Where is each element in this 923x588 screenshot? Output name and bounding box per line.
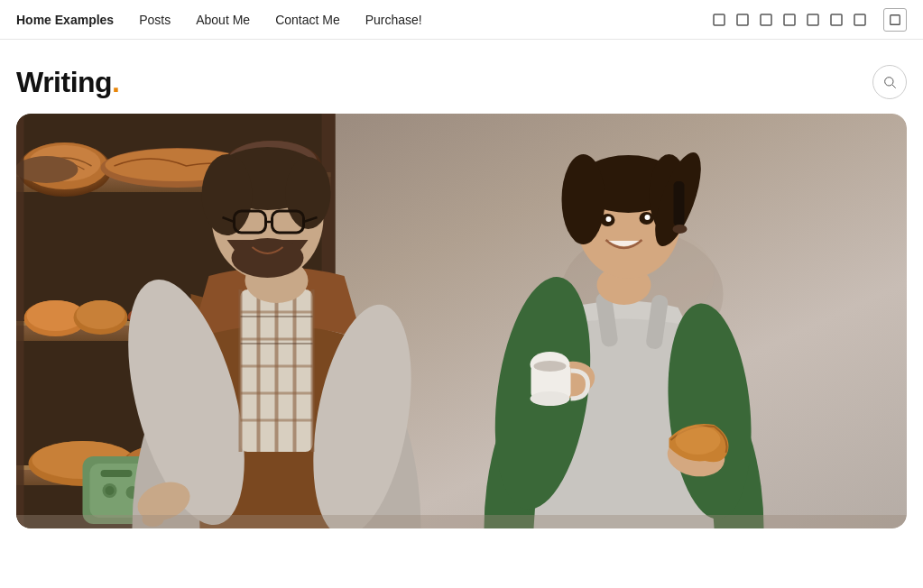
nav-icon-2[interactable] [734, 11, 752, 29]
svg-point-88 [531, 391, 570, 406]
svg-point-59 [286, 157, 331, 229]
nav-icons [710, 8, 907, 32]
svg-point-80 [673, 225, 688, 234]
nav-item-home[interactable]: Home Examples [16, 13, 114, 27]
nav-item-posts[interactable]: Posts [139, 13, 171, 27]
title-dot: . [112, 66, 119, 98]
svg-point-89 [534, 361, 567, 372]
svg-point-8 [885, 78, 893, 86]
nav-icon-7[interactable] [851, 11, 869, 29]
svg-rect-4 [808, 14, 818, 25]
svg-point-76 [562, 154, 605, 244]
svg-point-60 [232, 238, 304, 278]
svg-rect-1 [737, 14, 748, 25]
search-button[interactable] [872, 65, 907, 99]
svg-point-58 [202, 154, 253, 235]
nav-icon-4[interactable] [780, 11, 798, 29]
svg-rect-6 [854, 14, 865, 25]
hero-illustration [16, 114, 907, 528]
svg-rect-5 [831, 14, 842, 25]
nav-item-purchase[interactable]: Purchase! [365, 13, 422, 27]
svg-rect-0 [714, 14, 725, 25]
site-title: Writing. [16, 66, 120, 99]
nav-icon-3[interactable] [757, 11, 775, 29]
svg-rect-7 [891, 14, 900, 24]
nav-icon-5[interactable] [804, 11, 822, 29]
svg-rect-79 [674, 181, 685, 226]
nav-links: Home Examples Posts About Me Contact Me … [16, 13, 422, 27]
svg-point-32 [77, 300, 125, 329]
nav-icon-1[interactable] [710, 11, 728, 29]
nav-icon-6[interactable] [827, 11, 845, 29]
svg-point-28 [16, 156, 78, 183]
svg-line-9 [892, 85, 896, 88]
svg-point-44 [106, 486, 115, 495]
svg-point-83 [606, 216, 612, 222]
svg-rect-49 [16, 114, 24, 528]
svg-rect-3 [784, 14, 795, 25]
hero-scene [16, 114, 907, 528]
svg-rect-92 [16, 515, 907, 528]
search-icon [882, 75, 897, 89]
hero-image-container [16, 114, 907, 528]
main-nav: Home Examples Posts About Me Contact Me … [0, 0, 923, 40]
svg-point-84 [645, 215, 651, 220]
svg-point-91 [676, 426, 721, 455]
nav-item-contact[interactable]: Contact Me [275, 13, 340, 27]
page-header: Writing. [0, 40, 923, 114]
nav-item-about[interactable]: About Me [196, 13, 250, 27]
svg-rect-41 [101, 470, 133, 477]
svg-rect-2 [761, 14, 771, 25]
nav-icon-last[interactable] [883, 8, 907, 32]
